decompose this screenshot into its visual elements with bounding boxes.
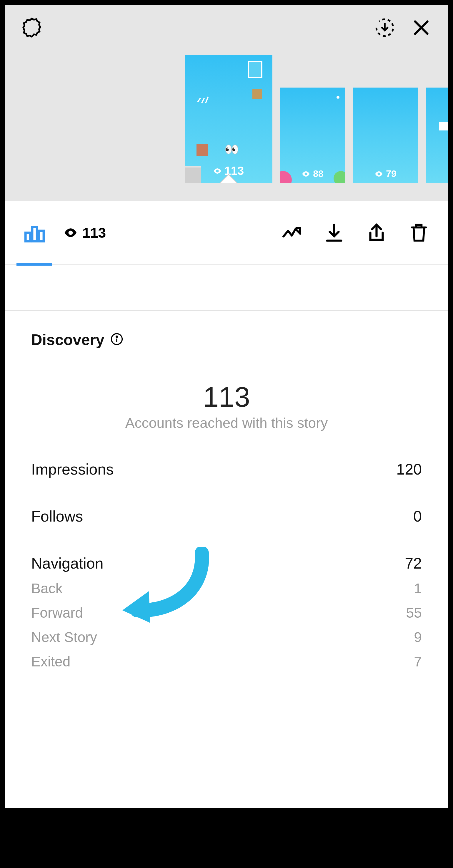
- stat-label: Navigation: [31, 555, 104, 572]
- accounts-reached-caption: Accounts reached with this story: [31, 415, 422, 431]
- nav-value: 1: [414, 580, 422, 596]
- decor-icon: [197, 93, 209, 106]
- nav-exited-row: Exited 7: [31, 653, 422, 670]
- spacer: [5, 265, 448, 311]
- nav-label: Back: [31, 580, 63, 596]
- promote-button[interactable]: [279, 220, 304, 245]
- nav-value: 7: [414, 653, 422, 670]
- nav-nextstory-row: Next Story 9: [31, 629, 422, 645]
- nav-label: Exited: [31, 653, 70, 670]
- insights-toolbar: 113: [5, 201, 448, 265]
- follows-row: Follows 0: [31, 507, 422, 525]
- nav-forward-row: Forward 55: [31, 605, 422, 621]
- info-button[interactable]: [110, 333, 123, 347]
- stat-label: Impressions: [31, 460, 114, 478]
- nav-label: Next Story: [31, 629, 97, 645]
- sticker-icon: [252, 89, 262, 99]
- nav-label: Forward: [31, 605, 83, 621]
- accounts-reached-value: 113: [31, 381, 422, 413]
- settings-button[interactable]: [20, 15, 44, 40]
- nav-back-row: Back 1: [31, 580, 422, 596]
- stat-value: 120: [396, 460, 422, 478]
- story-thumbnail-selected[interactable]: 👀 113: [185, 55, 273, 183]
- eyes-emoji-icon: 👀: [224, 143, 239, 156]
- story-thumbnail[interactable]: [426, 88, 450, 183]
- svg-rect-1: [32, 227, 37, 242]
- sticker-icon: [248, 61, 262, 78]
- eye-icon: [302, 171, 310, 177]
- story-views-label: 88: [280, 168, 345, 179]
- sticker-icon: [197, 144, 208, 156]
- impressions-row: Impressions 120: [31, 460, 422, 478]
- eye-icon: [375, 171, 383, 177]
- stat-label: Follows: [31, 507, 83, 525]
- section-title: Discovery: [31, 331, 105, 348]
- header-area: 👀 113 88 79: [5, 5, 448, 201]
- story-carousel[interactable]: 👀 113 88 79: [185, 55, 450, 183]
- delete-button[interactable]: [406, 220, 431, 245]
- views-count[interactable]: 113: [64, 225, 106, 241]
- story-thumbnail[interactable]: 88: [280, 88, 345, 183]
- story-insights-screen: 👀 113 88 79: [3, 3, 450, 809]
- nav-value: 55: [406, 605, 422, 621]
- eye-icon: [213, 168, 222, 174]
- decor-icon: [337, 96, 339, 99]
- svg-rect-2: [39, 231, 44, 242]
- story-views-label: 79: [353, 168, 418, 179]
- share-button[interactable]: [364, 220, 389, 245]
- decor-icon: [439, 122, 450, 130]
- insights-tab[interactable]: [22, 220, 47, 245]
- close-button[interactable]: [409, 15, 433, 40]
- nav-value: 9: [414, 629, 422, 645]
- views-count-value: 113: [82, 225, 106, 241]
- story-thumbnail[interactable]: 79: [353, 88, 418, 183]
- discovery-section: Discovery 113 Accounts reached with this…: [5, 311, 448, 681]
- stat-value: 72: [405, 555, 422, 572]
- svg-point-4: [116, 336, 117, 337]
- archive-download-button[interactable]: [372, 15, 397, 40]
- download-button[interactable]: [322, 220, 346, 245]
- svg-rect-0: [26, 233, 30, 241]
- navigation-row: Navigation 72: [31, 555, 422, 572]
- eye-icon: [64, 228, 77, 237]
- stat-value: 0: [413, 507, 422, 525]
